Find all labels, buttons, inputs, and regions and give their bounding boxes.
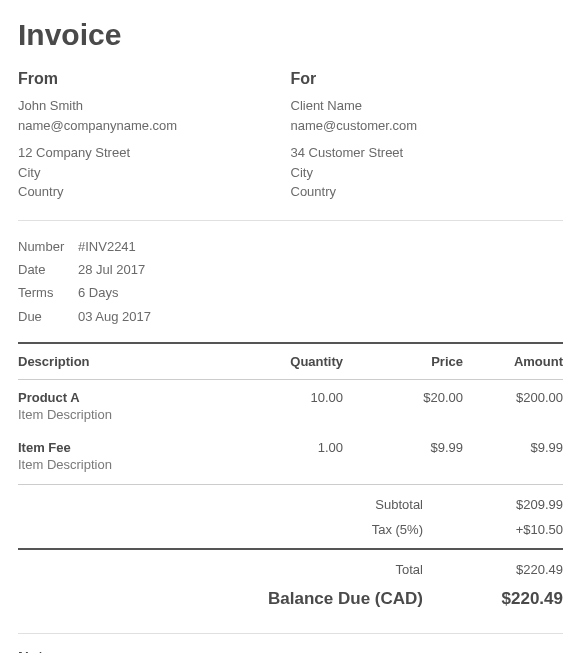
for-street: 34 Customer Street [291, 143, 564, 163]
from-city: City [18, 163, 291, 183]
totals-block: Subtotal $209.99 Tax (5%) +$10.50 Total … [18, 484, 563, 615]
item-name: Product A [18, 390, 80, 405]
meta-due-label: Due [18, 305, 78, 328]
item-desc: Item Description [18, 405, 253, 428]
meta-terms-label: Terms [18, 281, 78, 304]
from-block: From John Smith name@companyname.com 12 … [18, 70, 291, 202]
from-email: name@companyname.com [18, 116, 291, 136]
from-name: John Smith [18, 96, 291, 116]
total-label: Total [113, 558, 453, 583]
subtotal-value: $209.99 [453, 493, 563, 518]
col-amount: Amount [463, 343, 563, 380]
notes-heading: Notes [18, 648, 563, 653]
divider [18, 220, 563, 221]
tax-value: +$10.50 [453, 518, 563, 543]
item-amount: $9.99 [463, 430, 563, 480]
items-table: Description Quantity Price Amount Produc… [18, 342, 563, 480]
col-price: Price [343, 343, 463, 380]
col-description: Description [18, 343, 253, 380]
item-desc: Item Description [18, 455, 253, 478]
item-qty: 1.00 [253, 430, 343, 480]
from-country: Country [18, 182, 291, 202]
meta-number-value: #INV2241 [78, 235, 136, 258]
item-qty: 10.00 [253, 380, 343, 431]
from-heading: From [18, 70, 291, 88]
item-price: $9.99 [343, 430, 463, 480]
table-row: Item Fee Item Description 1.00 $9.99 $9.… [18, 430, 563, 480]
from-street: 12 Company Street [18, 143, 291, 163]
for-block: For Client Name name@customer.com 34 Cus… [291, 70, 564, 202]
for-country: Country [291, 182, 564, 202]
item-name: Item Fee [18, 440, 71, 455]
subtotal-label: Subtotal [113, 493, 453, 518]
tax-label: Tax (5%) [113, 518, 453, 543]
item-price: $20.00 [343, 380, 463, 431]
meta-number-label: Number [18, 235, 78, 258]
divider [18, 633, 563, 634]
meta-block: Number #INV2241 Date 28 Jul 2017 Terms 6… [18, 235, 563, 329]
for-heading: For [291, 70, 564, 88]
meta-due-value: 03 Aug 2017 [78, 305, 151, 328]
item-amount: $200.00 [463, 380, 563, 431]
table-row: Product A Item Description 10.00 $20.00 … [18, 380, 563, 431]
for-email: name@customer.com [291, 116, 564, 136]
for-name: Client Name [291, 96, 564, 116]
for-city: City [291, 163, 564, 183]
col-quantity: Quantity [253, 343, 343, 380]
meta-terms-value: 6 Days [78, 281, 118, 304]
notes-block: Notes Thank you for your business! [18, 648, 563, 653]
total-value: $220.49 [453, 558, 563, 583]
meta-date-label: Date [18, 258, 78, 281]
balance-label: Balance Due (CAD) [113, 583, 453, 615]
balance-value: $220.49 [453, 583, 563, 615]
meta-date-value: 28 Jul 2017 [78, 258, 145, 281]
page-title: Invoice [18, 18, 563, 52]
